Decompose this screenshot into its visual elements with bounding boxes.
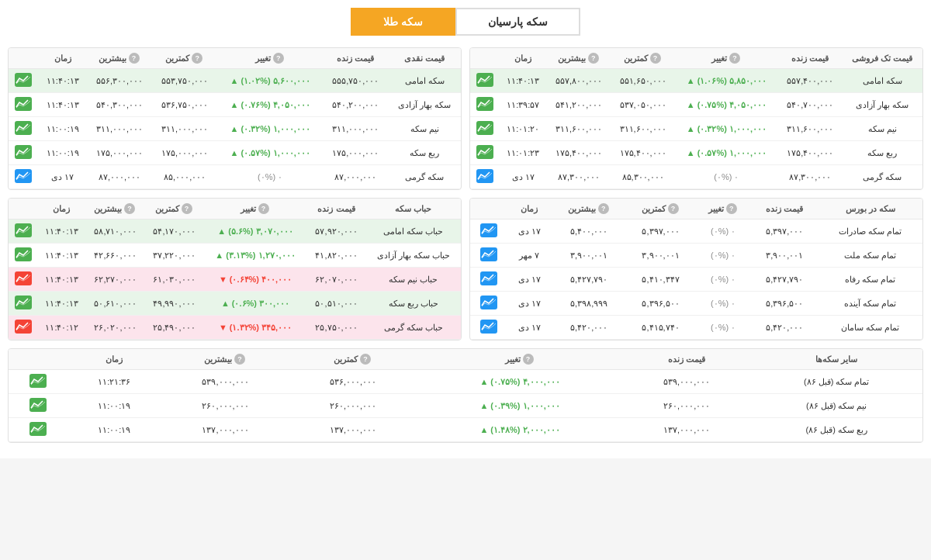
cell-time: ۱۱:۴۰:۱۲: [38, 316, 85, 340]
toggle-parsian[interactable]: سکه پارسیان: [455, 8, 580, 36]
cell-chart[interactable]: [470, 244, 507, 268]
cell-time: ۱۷ دی: [507, 316, 552, 340]
cell-time: ۱۱:۲۱:۳۶: [67, 370, 161, 394]
cell-chart[interactable]: [9, 268, 38, 292]
cell-chart[interactable]: [470, 316, 507, 340]
section-bourse: سکه در بورس قیمت زنده ? تغییر ? کمترین: [469, 198, 923, 340]
cell-change: ۱,۰۰۰,۰۰۰ (۰.۵۷%) ▲: [217, 141, 323, 165]
cell-time: ۱۷ دی: [507, 292, 552, 316]
cell-price: ۶۲,۰۷۰,۰۰۰: [307, 268, 366, 292]
cell-change: ۰ (۰%): [217, 165, 323, 189]
th-hobab-change: ? تغییر: [203, 199, 306, 220]
cell-min: ۴۹,۹۹۰,۰۰۰: [145, 292, 204, 316]
question-icon-9[interactable]: ?: [598, 203, 609, 214]
bourse-table: سکه در بورس قیمت زنده ? تغییر ? کمترین: [470, 199, 922, 340]
cell-chart[interactable]: [470, 141, 500, 165]
page-wrapper: سکه پارسیان سکه طلا قیمت تک فروشی قیمت ز…: [0, 0, 931, 458]
question-icon-11[interactable]: ?: [182, 203, 192, 214]
cell-change: ۰ (۰%): [675, 165, 778, 189]
th-time-1: زمان: [500, 48, 547, 69]
cell-chart[interactable]: [9, 244, 38, 268]
toggle-tala[interactable]: سکه طلا: [351, 8, 455, 36]
table-row: نیم سکه ۳۱۱,۶۰۰,۰۰۰ ۱,۰۰۰,۰۰۰ (۰.۳۲%) ▲ …: [470, 117, 922, 141]
cell-chart[interactable]: [9, 165, 38, 189]
question-icon-10[interactable]: ?: [258, 203, 269, 214]
th-hobab-min: ? کمترین: [145, 199, 204, 220]
question-icon-15[interactable]: ?: [234, 354, 245, 365]
cell-chart[interactable]: [470, 268, 507, 292]
cell-max: ۳,۹۰۰,۰۰۱: [552, 244, 626, 268]
th-naghdi-name: قیمت نقدی: [388, 48, 461, 69]
cell-chart[interactable]: [9, 220, 38, 244]
cell-chart[interactable]: [9, 370, 67, 394]
cell-chart[interactable]: [470, 292, 507, 316]
cell-chart[interactable]: [9, 93, 38, 117]
cell-chart[interactable]: [9, 292, 38, 316]
question-icon-8[interactable]: ?: [668, 203, 679, 214]
cell-price: ۳۱۱,۶۰۰,۰۰۰: [778, 117, 842, 141]
cell-time: ۱۱:۰۱:۲۰: [500, 117, 547, 141]
cell-price: ۵,۴۲۰,۰۰۰: [751, 316, 818, 340]
table-row: سکه امامی ۵۵۵,۷۵۰,۰۰۰ ۵,۶۰۰,۰۰۰ (۱.۰۲%) …: [9, 69, 461, 93]
table-row: حباب نیم سکه ۶۲,۰۷۰,۰۰۰ ۴۰۰,۰۰۰ (۰.۶۴%) …: [9, 268, 461, 292]
toggle-bar: سکه پارسیان سکه طلا: [8, 8, 923, 36]
cell-time: ۱۷ دی: [507, 268, 552, 292]
th-bourse-change: ? تغییر: [695, 199, 751, 220]
cell-price: ۵,۴۲۷,۷۹۰: [751, 268, 818, 292]
cell-chart[interactable]: [470, 220, 507, 244]
cell-chart[interactable]: [470, 165, 500, 189]
cell-chart[interactable]: [470, 93, 500, 117]
cell-time: ۱۱:۴۰:۱۳: [38, 220, 85, 244]
cell-chart[interactable]: [9, 69, 38, 93]
question-icon-14[interactable]: ?: [360, 354, 371, 365]
cell-min: ۶۱,۰۳۰,۰۰۰: [145, 268, 204, 292]
cell-min: ۱۷۵,۰۰۰,۰۰۰: [152, 141, 217, 165]
cell-change: ۰ (۰%): [695, 292, 751, 316]
th-hobab-price: قیمت زنده: [307, 199, 366, 220]
table-row: سکه بهار آزادی ۵۴۰,۷۰۰,۰۰۰ ۴,۰۵۰,۰۰۰ (۰.…: [470, 93, 922, 117]
cell-price: ۴۱,۸۲۰,۰۰۰: [307, 244, 366, 268]
cell-chart[interactable]: [470, 69, 500, 93]
question-icon-12[interactable]: ?: [124, 203, 135, 214]
cell-max: ۵۸,۷۱۰,۰۰۰: [85, 220, 145, 244]
cell-name: ربع سکه (قبل ۸۶): [750, 418, 922, 442]
cell-min: ۸۵,۳۰۰,۰۰۰: [611, 165, 674, 189]
question-icon-2[interactable]: ?: [650, 53, 661, 64]
cell-chart[interactable]: [9, 141, 38, 165]
cell-price: ۵۴۰,۲۰۰,۰۰۰: [323, 93, 388, 117]
question-icon-3[interactable]: ?: [588, 53, 599, 64]
question-icon-13[interactable]: ?: [523, 354, 534, 365]
cell-chart[interactable]: [470, 117, 500, 141]
question-icon-4[interactable]: ?: [273, 53, 284, 64]
table-row: حباب سکه امامی ۵۷,۹۲۰,۰۰۰ ۳,۰۷۰,۰۰۰ (۵.۶…: [9, 220, 461, 244]
question-icon-1[interactable]: ?: [729, 53, 740, 64]
cell-price: ۱۳۷,۰۰۰,۰۰۰: [623, 418, 750, 442]
question-icon-5[interactable]: ?: [192, 53, 202, 64]
question-icon-7[interactable]: ?: [726, 203, 737, 214]
table-row: سکه گرمی ۸۷,۰۰۰,۰۰۰ ۰ (۰%) ۸۵,۰۰۰,۰۰۰ ۸۷…: [9, 165, 461, 189]
th-hobab-time: زمان: [38, 199, 85, 220]
cell-price: ۵,۳۹۷,۰۰۰: [751, 220, 818, 244]
cell-name: تمام سکه سامان: [818, 316, 922, 340]
cell-chart[interactable]: [9, 394, 67, 418]
cell-time: ۱۱:۰۰:۱۹: [67, 394, 161, 418]
cell-name: نیم سکه: [842, 117, 922, 141]
cell-min: ۵۵۱,۶۵۰,۰۰۰: [611, 69, 674, 93]
cell-price: ۳۱۱,۰۰۰,۰۰۰: [323, 117, 388, 141]
question-icon-6[interactable]: ?: [129, 53, 140, 64]
th-max-1: ? بیشترین: [547, 48, 611, 69]
cell-price: ۳,۹۰۰,۰۰۱: [751, 244, 818, 268]
hobab-table: حباب سکه قیمت زنده ? تغییر ? کمترین: [9, 199, 461, 340]
cell-min: ۵,۴۱۰,۳۴۷: [626, 268, 695, 292]
cell-time: ۱۷ دی: [38, 165, 87, 189]
cell-chart[interactable]: [9, 117, 38, 141]
cell-price: ۵,۳۹۶,۵۰۰: [751, 292, 818, 316]
th-naghdi-max: ? بیشترین: [87, 48, 152, 69]
cell-max: ۵۴۱,۲۰۰,۰۰۰: [547, 93, 611, 117]
th-naghdi-change: ? تغییر: [217, 48, 323, 69]
cell-chart[interactable]: [9, 316, 38, 340]
cell-chart[interactable]: [9, 418, 67, 442]
table-row: تمام سکه صادرات ۵,۳۹۷,۰۰۰ ۰ (۰%) ۵,۳۹۷,۰…: [470, 220, 922, 244]
cell-name: حباب نیم سکه: [365, 268, 461, 292]
cell-max: ۲۶۰,۰۰۰,۰۰۰: [161, 394, 289, 418]
